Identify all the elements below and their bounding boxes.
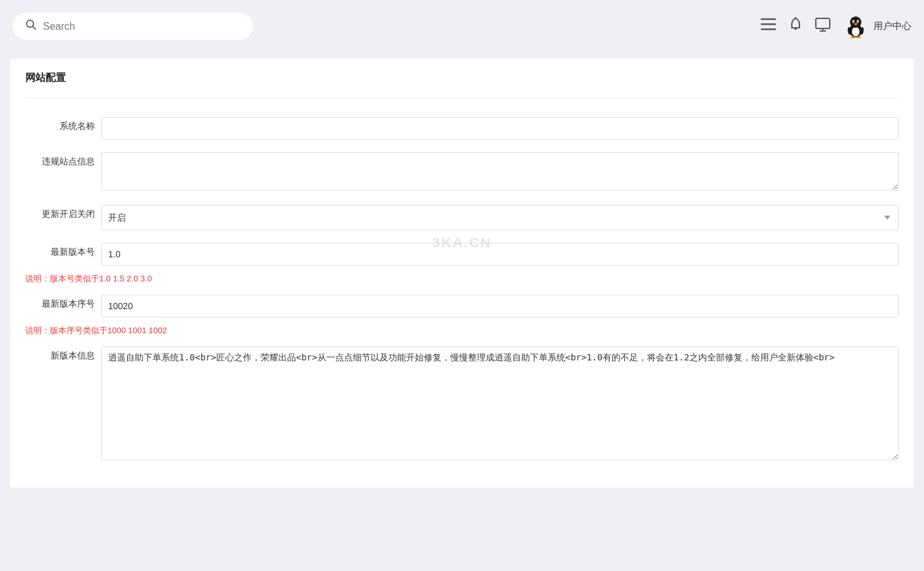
- svg-point-11: [852, 27, 859, 36]
- new-version-info-label: 新版本信息: [25, 347, 101, 362]
- update-toggle-row: 更新开启关闭 开启 关闭: [25, 205, 899, 230]
- user-label: 用户中心: [873, 20, 911, 32]
- latest-version-label: 最新版本号: [25, 243, 101, 258]
- update-toggle-select[interactable]: 开启 关闭: [101, 205, 899, 230]
- svg-rect-2: [761, 18, 776, 20]
- svg-rect-7: [816, 18, 830, 28]
- avatar: [843, 14, 868, 39]
- svg-rect-4: [761, 28, 776, 30]
- svg-line-1: [33, 27, 36, 30]
- violation-info-row: 违规站点信息: [25, 152, 899, 192]
- page-title: 网站配置: [25, 71, 899, 98]
- main-content: 网站配置 系统名称 违规站点信息 更新开启关闭 开启 关闭 3KA.CN 最新版…: [10, 59, 914, 488]
- hint-version: 说明：版本号类似于1.0 1.5 2.0 3.0: [25, 273, 899, 285]
- new-version-info-row: 新版本信息 逍遥自助下单系统1.0<br>匠心之作，荣耀出品<br>从一点点细节…: [25, 347, 899, 462]
- latest-version-seq-field: [101, 295, 899, 317]
- latest-version-row: 最新版本号: [25, 243, 899, 266]
- system-name-field: [101, 117, 899, 140]
- new-version-info-textarea[interactable]: 逍遥自助下单系统1.0<br>匠心之作，荣耀出品<br>从一点点细节以及功能开始…: [101, 347, 899, 460]
- svg-point-12: [850, 16, 861, 28]
- display-icon[interactable]: [815, 18, 830, 35]
- latest-version-seq-input[interactable]: [101, 295, 899, 317]
- svg-point-15: [853, 21, 854, 22]
- search-icon: [25, 19, 37, 34]
- svg-point-17: [854, 23, 858, 25]
- hint-version-seq: 说明：版本序号类似于1000 1001 1002: [25, 325, 899, 336]
- menu-icon[interactable]: [761, 18, 776, 35]
- bell-icon[interactable]: [789, 17, 803, 36]
- svg-point-16: [858, 21, 859, 22]
- latest-version-field: [101, 243, 899, 266]
- system-name-input[interactable]: [101, 117, 899, 140]
- svg-rect-5: [794, 28, 797, 30]
- system-name-label: 系统名称: [25, 117, 101, 132]
- violation-info-field: [101, 152, 899, 192]
- system-name-row: 系统名称: [25, 117, 899, 140]
- violation-info-label: 违规站点信息: [25, 152, 101, 168]
- latest-version-seq-row: 最新版本序号: [25, 295, 899, 317]
- violation-info-textarea[interactable]: [101, 152, 899, 190]
- update-toggle-field: 开启 关闭: [101, 205, 899, 230]
- header: 用户中心: [0, 0, 924, 52]
- search-bar[interactable]: [13, 13, 253, 40]
- svg-point-18: [851, 36, 855, 38]
- latest-version-seq-label: 最新版本序号: [25, 295, 101, 310]
- svg-point-19: [857, 36, 861, 38]
- user-center[interactable]: 用户中心: [843, 14, 911, 39]
- search-input[interactable]: [43, 21, 240, 32]
- latest-version-input[interactable]: [101, 243, 899, 266]
- header-right: 用户中心: [761, 14, 911, 39]
- new-version-info-field: 逍遥自助下单系统1.0<br>匠心之作，荣耀出品<br>从一点点细节以及功能开始…: [101, 347, 899, 462]
- svg-rect-3: [761, 23, 776, 25]
- update-toggle-label: 更新开启关闭: [25, 205, 101, 220]
